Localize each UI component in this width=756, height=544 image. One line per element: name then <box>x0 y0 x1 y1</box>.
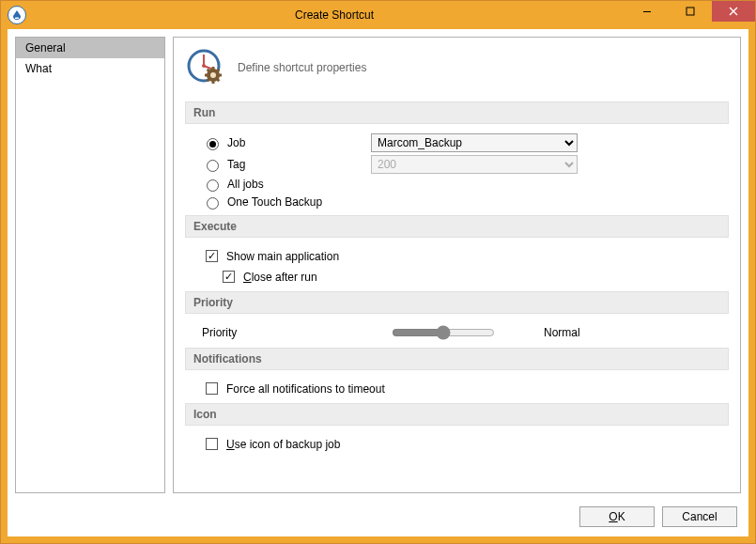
section-priority: Priority <box>185 291 729 314</box>
button-bar: OK Cancel <box>8 501 748 536</box>
minimize-button[interactable] <box>625 1 669 22</box>
radio-tag-label: Tag <box>227 158 245 171</box>
priority-label: Priority <box>202 326 286 339</box>
tag-combo: 200 <box>371 155 578 174</box>
titlebar[interactable]: Create Shortcut <box>1 1 755 29</box>
svg-rect-0 <box>15 18 19 20</box>
window-controls <box>625 1 755 22</box>
window-title: Create Shortcut <box>26 8 642 22</box>
ok-button[interactable]: OK <box>579 506 655 527</box>
priority-value: Normal <box>544 326 580 339</box>
close-button[interactable] <box>712 1 755 22</box>
check-show-main-label: Show main application <box>226 250 339 263</box>
maximize-button[interactable] <box>669 1 712 22</box>
content-panel: Define shortcut properties Run Job Marco… <box>173 37 741 493</box>
main-area: General What <box>8 29 748 501</box>
radio-tag[interactable]: Tag <box>202 157 371 172</box>
page-list[interactable]: General What <box>15 37 165 493</box>
check-show-main-input[interactable] <box>206 250 218 262</box>
priority-slider[interactable] <box>392 325 495 340</box>
check-close-after-input[interactable] <box>223 271 235 283</box>
check-force-timeout[interactable]: Force all notifications to timeout <box>202 380 385 397</box>
radio-alljobs-label: All jobs <box>227 178 264 191</box>
radio-onetouch-input[interactable] <box>207 197 219 210</box>
check-close-after[interactable]: Close after run <box>219 268 317 286</box>
sidebar-item-general[interactable]: General <box>16 38 164 58</box>
check-show-main[interactable]: Show main application <box>202 247 339 265</box>
job-combo[interactable]: Marcom_Backup <box>371 133 578 152</box>
radio-job-input[interactable] <box>207 138 219 150</box>
check-force-timeout-label: Force all notifications to timeout <box>226 382 385 396</box>
radio-job-label: Job <box>227 136 245 149</box>
check-use-icon-label: Use icon of backup job <box>226 438 340 451</box>
cancel-button[interactable]: Cancel <box>662 506 737 527</box>
page-header: Define shortcut properties <box>185 47 729 88</box>
radio-alljobs[interactable]: All jobs <box>202 177 371 192</box>
check-use-icon[interactable]: Use icon of backup job <box>202 435 340 453</box>
svg-point-12 <box>210 72 216 78</box>
radio-tag-input[interactable] <box>207 160 219 172</box>
section-icon: Icon <box>185 403 729 426</box>
check-close-after-label: Close after run <box>243 271 317 284</box>
svg-rect-2 <box>687 8 694 15</box>
check-force-timeout-input[interactable] <box>206 382 218 395</box>
radio-alljobs-input[interactable] <box>207 179 219 192</box>
sidebar-item-what[interactable]: What <box>16 58 164 79</box>
svg-point-6 <box>202 64 206 68</box>
client-area: General What <box>8 29 748 536</box>
radio-job[interactable]: Job <box>202 135 371 150</box>
section-run: Run <box>185 101 729 124</box>
page-description: Define shortcut properties <box>238 61 366 74</box>
clock-gear-icon <box>185 47 226 88</box>
radio-onetouch[interactable]: One Touch Backup <box>202 194 322 210</box>
check-use-icon-input[interactable] <box>206 438 218 450</box>
svg-rect-1 <box>643 11 651 12</box>
app-icon <box>8 6 26 24</box>
radio-onetouch-label: One Touch Backup <box>227 195 322 209</box>
section-notifications: Notifications <box>185 348 729 370</box>
section-execute: Execute <box>185 215 729 238</box>
dialog-window: Create Shortcut General What <box>0 0 756 544</box>
